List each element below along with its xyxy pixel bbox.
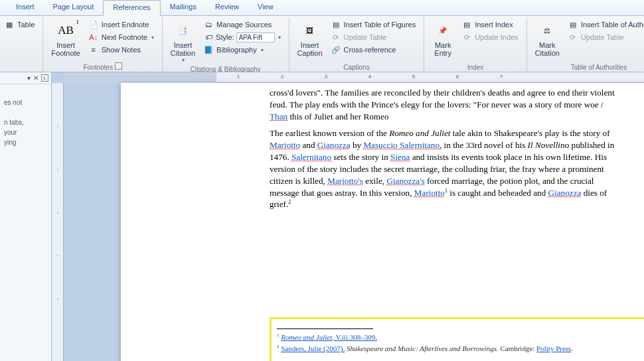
pane-text: es not n tabs, your ying <box>0 84 51 147</box>
footnote-icon: AB1 <box>55 20 76 41</box>
group-index: 📌 Mark Entry ▤Insert Index ⟳Update Index… <box>424 17 526 72</box>
navigation-pane: ▾ ✕ L es not n tabs, your ying <box>0 72 52 361</box>
group-toc: ▦Table <box>0 17 43 72</box>
chevron-down-icon: ▾ <box>151 35 154 40</box>
workspace: ▾ ✕ L es not n tabs, your ying 1 2 3 4 5… <box>0 72 644 361</box>
group-label: Captions <box>295 62 419 71</box>
show-notes-icon: ≡ <box>88 44 99 55</box>
document-area: 1 2 3 4 5 6 7 - - - - - cross'd lovers".… <box>52 72 644 361</box>
group-toa: ⚖ Mark Citation ▤Insert Table of Authori… <box>527 17 644 72</box>
footnote-2: 2 Sanders, Julie (2007). Shakespeare and… <box>277 343 644 355</box>
chevron-down-icon: ▾ <box>261 47 264 53</box>
chevron-down-icon: ▾ <box>278 35 281 40</box>
vertical-ruler[interactable]: - - - - - <box>52 83 64 361</box>
insert-endnote-button[interactable]: 📄Insert Endnote <box>86 19 157 31</box>
update-icon: ⟳ <box>568 32 578 42</box>
show-notes-button[interactable]: ≡Show Notes <box>86 44 157 56</box>
tab-insert[interactable]: Insert <box>7 0 44 15</box>
group-citations: 📑 Insert Citation ▾ 🗂Manage Sources 🏷Sty… <box>163 17 289 72</box>
mark-entry-button[interactable]: 📌 Mark Entry <box>430 19 456 58</box>
insert-tof-button[interactable]: ▤Insert Table of Figures <box>328 19 419 31</box>
style-icon: 🏷 <box>203 32 214 42</box>
insert-caption-button[interactable]: 🖼 Insert Caption <box>295 19 325 58</box>
endnote-icon: 📄 <box>88 19 99 30</box>
view-button-icon[interactable]: L <box>41 74 48 82</box>
toa-icon: ▤ <box>568 19 578 30</box>
citation-icon: 📑 <box>172 20 193 41</box>
table-icon: ▦ <box>4 19 15 30</box>
insert-footnote-button[interactable]: AB1 Insert Footnote <box>48 19 82 58</box>
group-footnotes: AB1 Insert Footnote 📄Insert Endnote A↓Ne… <box>43 17 163 72</box>
sources-icon: 🗂 <box>203 19 214 30</box>
insert-index-button[interactable]: ▤Insert Index <box>459 19 521 31</box>
manage-sources-button[interactable]: 🗂Manage Sources <box>201 19 283 31</box>
bibliography-button[interactable]: 📘Bibliography▾ <box>201 44 283 56</box>
paragraph: cross'd lovers". The families are reconc… <box>270 87 615 122</box>
group-label: Index <box>430 62 521 71</box>
update-icon: ⟳ <box>331 32 341 42</box>
bibliography-icon: 📘 <box>203 44 214 55</box>
dialog-launcher-icon[interactable] <box>115 62 122 70</box>
update-table-button[interactable]: ⟳Update Table <box>328 31 419 43</box>
insert-citation-button[interactable]: 📑 Insert Citation ▾ <box>168 19 198 64</box>
ribbon: ▦Table AB1 Insert Footnote 📄Insert Endno… <box>0 16 644 72</box>
tab-mailings[interactable]: Mailings <box>161 0 206 15</box>
mark-entry-icon: 📌 <box>432 20 453 41</box>
table-button[interactable]: ▦Table <box>1 19 37 31</box>
index-icon: ▤ <box>461 19 472 30</box>
citation-style-select[interactable]: 🏷Style:APA Fift▾ <box>201 31 283 43</box>
insert-toa-button[interactable]: ▤Insert Table of Authorities <box>565 19 644 31</box>
mark-citation-icon: ⚖ <box>536 20 558 41</box>
tof-icon: ▤ <box>331 19 341 30</box>
document-page[interactable]: cross'd lovers". The families are reconc… <box>121 83 644 361</box>
crossref-icon: 🔗 <box>331 44 341 55</box>
group-label: Table of Authorities <box>532 62 644 71</box>
footnote-separator <box>277 328 373 329</box>
footnote-1: 1 Romeo and Juliet, V.iii.308–309. <box>277 332 644 344</box>
next-footnote-icon: A↓ <box>88 32 99 42</box>
chevron-down-icon: ▾ <box>182 57 185 63</box>
update-icon: ⟳ <box>461 32 472 42</box>
next-footnote-button[interactable]: A↓Next Footnote▾ <box>86 31 157 43</box>
mark-citation-button[interactable]: ⚖ Mark Citation <box>532 19 562 58</box>
update-index-button[interactable]: ⟳Update Index <box>459 31 521 43</box>
tab-references[interactable]: References <box>103 0 160 16</box>
group-captions: 🖼 Insert Caption ▤Insert Table of Figure… <box>289 17 425 72</box>
horizontal-ruler[interactable]: 1 2 3 4 5 6 7 <box>64 72 644 83</box>
footnotes-area: 1 Romeo and Juliet, V.iii.308–309. 2 San… <box>270 317 644 361</box>
caption-icon: 🖼 <box>299 20 321 41</box>
cross-reference-button[interactable]: 🔗Cross-reference <box>328 44 419 56</box>
tab-view[interactable]: View <box>248 0 283 15</box>
group-label: Footnotes <box>48 61 157 71</box>
ribbon-tabs: Insert Page Layout References Mailings R… <box>0 0 644 16</box>
close-icon[interactable]: ✕ <box>33 74 39 82</box>
paragraph: The earliest known version of the Romeo … <box>270 127 615 210</box>
tab-page-layout[interactable]: Page Layout <box>44 0 104 15</box>
chevron-down-icon[interactable]: ▾ <box>27 74 31 82</box>
group-label <box>1 62 37 71</box>
tab-review[interactable]: Review <box>206 0 248 15</box>
update-toa-button[interactable]: ⟳Update Table <box>565 31 644 43</box>
